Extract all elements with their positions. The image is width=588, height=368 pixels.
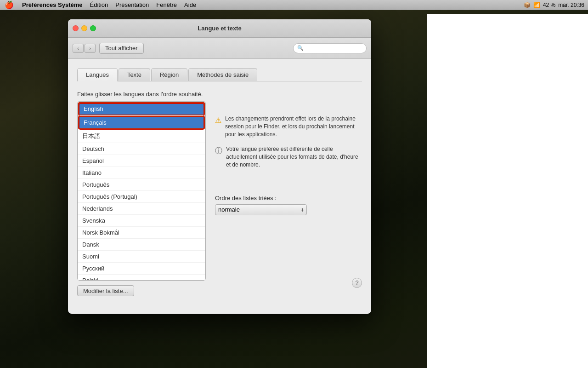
lang-item-japanese[interactable]: 日本語 <box>78 130 205 143</box>
sort-label: Ordre des listes triées : <box>215 195 362 201</box>
sort-select[interactable]: normale <box>215 204 307 215</box>
sort-section: Ordre des listes triées : normale <box>215 195 362 215</box>
menu-presentation[interactable]: Présentation <box>112 1 153 8</box>
warning-icon: ⚠ <box>215 115 221 138</box>
warning-box: ⚠ Les changements prendront effet lors d… <box>215 115 362 138</box>
modify-list-button[interactable]: Modifier la liste... <box>77 285 134 296</box>
menu-edition[interactable]: Édition <box>86 1 112 8</box>
close-button[interactable] <box>73 25 79 31</box>
forward-button[interactable]: › <box>85 44 96 53</box>
search-icon: 🔍 <box>297 45 304 51</box>
tout-afficher-button[interactable]: Tout afficher <box>99 43 144 54</box>
warning-text: Les changements prendront effet lors de … <box>225 115 362 138</box>
lang-item-svenska[interactable]: Svenska <box>78 215 205 227</box>
lang-item-nederlands[interactable]: Nederlands <box>78 203 205 215</box>
tabs: Langues Texte Région Méthodes de saisie <box>77 68 362 81</box>
menubar: 🍎 Préférences Système Édition Présentati… <box>0 0 588 10</box>
content-area: Langues Texte Région Méthodes de saisie … <box>68 59 371 305</box>
nav-buttons: ‹ › <box>73 44 96 53</box>
tab-region[interactable]: Région <box>151 68 187 81</box>
window-title: Langue et texte <box>198 25 241 32</box>
lang-item-english[interactable]: English <box>78 102 205 115</box>
menu-aide[interactable]: Aide <box>181 1 200 8</box>
info-icon: ⓘ <box>215 146 222 168</box>
menubar-right: 📦 📶 42 % mar. 20:36 <box>524 2 588 8</box>
lang-item-espanol[interactable]: Español <box>78 155 205 167</box>
sort-select-wrapper[interactable]: normale <box>215 204 307 215</box>
right-white-area <box>427 14 588 368</box>
apple-menu[interactable]: 🍎 <box>0 0 18 9</box>
dropbox-icon: 📦 <box>524 2 531 8</box>
battery-indicator: 42 % <box>543 2 555 8</box>
lang-item-polski[interactable]: Polski <box>78 275 205 281</box>
traffic-lights <box>68 25 96 31</box>
wifi-icon: 📶 <box>533 2 540 8</box>
back-button[interactable]: ‹ <box>73 44 84 53</box>
clock: mar. 20:36 <box>558 2 584 8</box>
lang-item-italiano[interactable]: Italiano <box>78 167 205 179</box>
tab-methodes-saisie[interactable]: Méthodes de saisie <box>188 68 257 81</box>
lang-item-portugues[interactable]: Português <box>78 179 205 191</box>
right-panel: ⚠ Les changements prendront effet lors d… <box>215 101 362 296</box>
minimize-button[interactable] <box>81 25 87 31</box>
menu-fenetre[interactable]: Fenêtre <box>153 1 181 8</box>
instruction-text: Faites glisser les langues dans l'ordre … <box>77 91 362 98</box>
main-content: English Français 日本語 Deutsch Español Ita… <box>77 101 362 296</box>
langue-texte-window: Langue et texte ‹ › Tout afficher 🔍 Lang… <box>68 19 371 314</box>
info-text: Votre langue préférée est différente de … <box>226 145 362 168</box>
lang-item-russian[interactable]: Русский <box>78 263 205 275</box>
tab-texte[interactable]: Texte <box>119 68 150 81</box>
language-list[interactable]: English Français 日本語 Deutsch Español Ita… <box>77 101 206 281</box>
search-box[interactable]: 🔍 <box>293 43 367 53</box>
lang-item-portugues-pt[interactable]: Português (Portugal) <box>78 191 205 203</box>
tab-langues[interactable]: Langues <box>77 68 118 81</box>
toolbar: ‹ › Tout afficher 🔍 <box>68 38 371 59</box>
lang-item-norsk[interactable]: Norsk Bokmål <box>78 227 205 239</box>
help-button[interactable]: ? <box>352 278 362 288</box>
lang-item-dansk[interactable]: Dansk <box>78 239 205 251</box>
lang-item-francais[interactable]: Français <box>78 116 205 129</box>
titlebar: Langue et texte <box>68 19 371 38</box>
lang-item-suomi[interactable]: Suomi <box>78 251 205 263</box>
lang-item-deutsch[interactable]: Deutsch <box>78 143 205 155</box>
language-list-container: English Français 日本語 Deutsch Español Ita… <box>77 101 206 296</box>
info-box: ⓘ Votre langue préférée est différente d… <box>215 145 362 168</box>
maximize-button[interactable] <box>90 25 96 31</box>
menu-preferences-systeme[interactable]: Préférences Système <box>18 1 86 8</box>
